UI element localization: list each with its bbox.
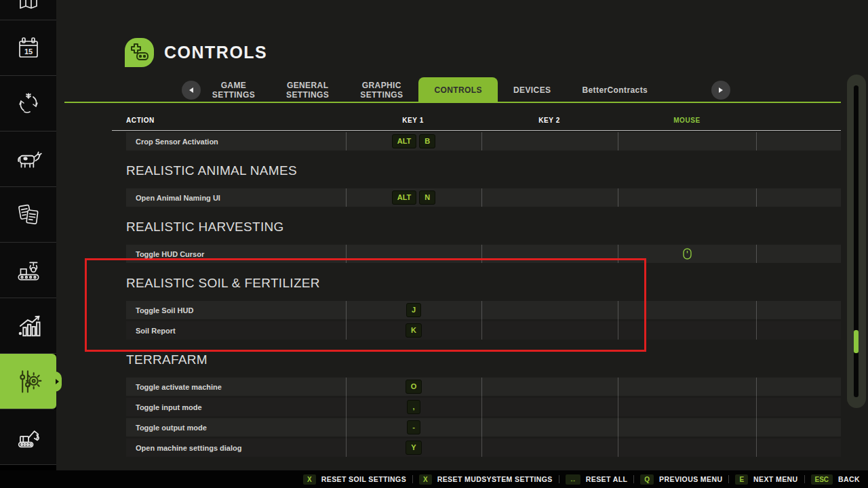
key1-cell[interactable]: K <box>346 321 481 340</box>
sidebar-item-production[interactable] <box>0 243 56 298</box>
keybinding-row[interactable]: Soil ReportK <box>126 321 841 340</box>
statistics-icon <box>14 311 43 341</box>
footer-separator <box>633 475 634 483</box>
tab-game-settings[interactable]: GAME SETTINGS <box>197 77 271 103</box>
key1-cell[interactable]: J <box>346 301 481 319</box>
key-hint-badge: X <box>419 474 432 485</box>
key-badge: ALT <box>392 134 417 148</box>
footer-action-reset-mudsystem-settings[interactable]: XRESET MUDSYSTEM SETTINGS <box>419 474 553 485</box>
sidebar-item-contracts[interactable] <box>0 187 56 243</box>
sidebar-item-statistics[interactable] <box>0 298 56 354</box>
key1-cell[interactable]: O <box>346 378 481 396</box>
keybinding-row[interactable]: Toggle output mode- <box>126 418 841 436</box>
column-divider <box>346 132 347 150</box>
footer-action-back[interactable]: ESCBACK <box>811 474 861 485</box>
column-divider <box>618 188 618 207</box>
mouse-cell[interactable] <box>618 188 756 207</box>
key1-cell[interactable]: , <box>346 398 481 416</box>
tab-controls[interactable]: CONTROLS <box>418 77 498 103</box>
key1-cell[interactable]: ALTN <box>346 188 481 207</box>
key-badge: ALT <box>392 190 417 205</box>
keybindings-table: Crop Sensor ActivationALTBREALISTIC ANIM… <box>126 132 841 459</box>
key2-cell[interactable] <box>481 398 618 416</box>
spacer-cell <box>756 245 841 263</box>
tab-graphic-settings[interactable]: GRAPHIC SETTINGS <box>344 77 418 103</box>
chevron-right-icon <box>719 87 723 93</box>
footer-action-label: BACK <box>838 475 860 483</box>
key2-cell[interactable] <box>481 245 618 263</box>
section-title: REALISTIC ANIMAL NAMES <box>126 152 841 188</box>
tabs-next-button[interactable] <box>711 81 730 100</box>
spacer-cell <box>756 132 841 150</box>
keybinding-row[interactable]: Open machine settings dialogY <box>126 439 841 457</box>
key-badge: K <box>406 323 422 338</box>
sidebar-item-animals[interactable] <box>0 131 56 187</box>
footer-separator <box>559 475 559 483</box>
sidebar-item-crop-rotation[interactable] <box>0 76 56 131</box>
mouse-cell[interactable] <box>618 398 756 416</box>
scrollbar[interactable] <box>847 75 866 408</box>
key2-cell[interactable] <box>481 188 618 207</box>
tab-devices[interactable]: DEVICES <box>498 77 566 103</box>
key1-cell[interactable]: Y <box>346 439 481 457</box>
footer-action-reset-soil-settings[interactable]: XRESET SOIL SETTINGS <box>303 474 406 485</box>
column-header-action: ACTION <box>126 117 155 124</box>
sidebar-item-map[interactable] <box>0 0 56 20</box>
column-divider <box>346 188 347 207</box>
action-label: Crop Sensor Activation <box>126 132 346 150</box>
column-header-key-2: KEY 2 <box>538 117 560 124</box>
keybinding-row[interactable]: Toggle input mode, <box>126 398 841 416</box>
key-hint-badge: X <box>303 474 316 485</box>
key-badge: - <box>407 420 420 434</box>
keybinding-row[interactable]: Toggle activate machineO <box>126 378 841 396</box>
keybinding-row[interactable]: Toggle Soil HUDJ <box>126 301 841 319</box>
key2-cell[interactable] <box>481 439 618 457</box>
mouse-cell[interactable] <box>618 439 756 457</box>
production-icon <box>14 256 43 285</box>
spacer-cell <box>756 418 841 436</box>
mouse-cell[interactable] <box>618 132 756 150</box>
section-title: TERRAFARM <box>126 342 841 378</box>
page-title: CONTROLS <box>164 43 267 62</box>
keybinding-row[interactable]: Toggle HUD Cursor <box>126 245 841 263</box>
key2-cell[interactable] <box>481 378 618 396</box>
spacer-cell <box>756 301 841 319</box>
tab-underline <box>64 102 841 103</box>
column-header-mouse: MOUSE <box>673 117 701 124</box>
svg-text:15: 15 <box>24 47 32 56</box>
key2-cell[interactable] <box>481 418 618 436</box>
column-divider <box>481 378 482 457</box>
mouse-cell[interactable] <box>618 301 756 319</box>
tab-bettercontracts[interactable]: BetterContracts <box>566 77 663 103</box>
footer-action-reset-all[interactable]: ↔RESET ALL <box>566 474 628 485</box>
key1-cell[interactable]: - <box>346 418 481 436</box>
key2-cell[interactable] <box>481 301 618 319</box>
sidebar-item-construction[interactable] <box>0 409 56 465</box>
footer-action-next-menu[interactable]: ENEXT MENU <box>735 474 797 485</box>
footer-action-previous-menu[interactable]: QPREVIOUS MENU <box>640 474 722 485</box>
action-label: Toggle input mode <box>126 398 346 416</box>
sidebar-item-settings[interactable] <box>0 354 56 409</box>
key1-cell[interactable]: ALTB <box>346 132 481 150</box>
column-divider <box>618 301 618 340</box>
scrollbar-track[interactable] <box>854 85 859 397</box>
mouse-cell[interactable] <box>618 418 756 436</box>
key2-cell[interactable] <box>481 132 618 150</box>
mouse-cell[interactable] <box>618 321 756 340</box>
column-divider <box>346 245 347 263</box>
gamepad-icon <box>125 38 154 67</box>
action-label: Toggle output mode <box>126 418 346 436</box>
spacer-cell <box>756 378 841 396</box>
key1-cell[interactable] <box>346 245 481 263</box>
footer-action-label: RESET MUDSYSTEM SETTINGS <box>437 475 553 483</box>
scrollbar-thumb[interactable] <box>854 330 859 353</box>
sidebar-item-calendar[interactable]: 15 <box>0 20 56 76</box>
column-divider <box>618 378 618 457</box>
keybinding-row[interactable]: Crop Sensor ActivationALTB <box>126 132 841 150</box>
key2-cell[interactable] <box>481 321 618 340</box>
keybinding-row[interactable]: Open Animal Naming UIALTN <box>126 188 841 207</box>
mouse-cell[interactable] <box>618 245 756 263</box>
main-content: CONTROLS GAME SETTINGSGENERAL SETTINGSGR… <box>56 0 868 470</box>
tab-general-settings[interactable]: GENERAL SETTINGS <box>271 77 344 103</box>
mouse-cell[interactable] <box>618 378 756 396</box>
